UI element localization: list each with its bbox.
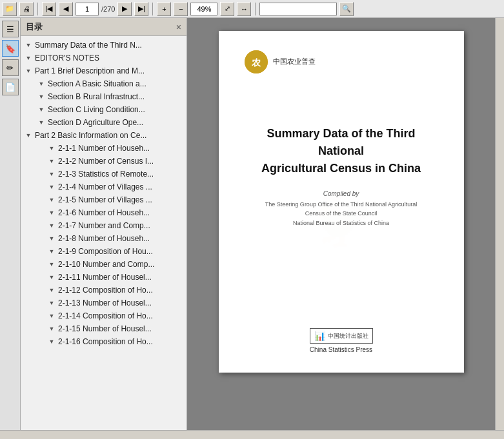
pdf-page: 农 中国农业普查 🐓 Summary Data of the Third Nat… (219, 31, 464, 373)
first-page-button[interactable]: |◀ (42, 2, 56, 16)
toc-item-text: 2-1-16 Composition of Ho... (57, 337, 153, 346)
print-button[interactable]: 🖨 (19, 2, 34, 16)
fit-button[interactable]: ⤢ (220, 2, 234, 16)
toc-item[interactable]: ▼ 2-1-5 Number of Villages ... (21, 193, 186, 206)
print-icon: 🖨 (23, 5, 30, 13)
search-input[interactable] (259, 3, 337, 15)
toc-item[interactable]: ▼ 2-1-9 Composition of Hou... (21, 245, 186, 258)
toc-item-text: Section D Agriculture Ope... (46, 118, 143, 127)
publisher-english: China Statistics Press (310, 346, 372, 353)
toc-arrow: ▼ (46, 208, 57, 218)
zoom-input[interactable] (190, 3, 217, 15)
publisher-icon: 📊 (314, 331, 325, 341)
page-total: /270 (101, 5, 115, 13)
zoom-in-button[interactable]: + (157, 2, 171, 16)
toc-arrow: ▼ (46, 169, 57, 179)
toc-arrow: ▼ (46, 298, 57, 308)
toc-arrow: ▼ (46, 233, 57, 244)
expand-button[interactable]: ↔ (237, 2, 251, 16)
toc-item[interactable]: ▼ 2-1-16 Composition of Ho... (21, 335, 186, 348)
toc-arrow: ▼ (46, 156, 57, 166)
last-icon: ▶| (138, 5, 145, 13)
toc-item-text: 2-1-8 Number of Househ... (57, 234, 150, 243)
main-area: ☰ 🔖 ✏ 📄 目录 × ▼ Summary Data of the Third… (0, 18, 504, 430)
toc-arrow: ▼ (46, 324, 57, 334)
page-button[interactable]: 📄 (2, 79, 19, 95)
toc-item[interactable]: ▼ 2-1-15 Number of Housel... (21, 322, 186, 335)
pdf-viewer[interactable]: 农 中国农业普查 🐓 Summary Data of the Third Nat… (187, 18, 495, 430)
toc-arrow: ▼ (46, 337, 57, 347)
toc-item-text: Part 1 Brief Description and M... (34, 66, 145, 75)
toc-item[interactable]: ▼ Section A Basic Situation a... (21, 77, 186, 90)
svg-text:农: 农 (251, 57, 261, 68)
pdf-logo: 农 中国农业普查 (245, 50, 316, 73)
right-scrollbar[interactable] (495, 18, 504, 430)
prev-icon: ◀ (63, 5, 68, 13)
prev-page-button[interactable]: ◀ (59, 2, 73, 16)
toc-item[interactable]: ▼ Section C Living Condition... (21, 103, 186, 116)
bookmark-button[interactable]: 🔖 (2, 40, 19, 57)
toc-item-text: Summary Data of the Third N... (34, 41, 142, 50)
bottom-bar (0, 430, 504, 439)
toc-item-text: 2-1-14 Composition of Ho... (57, 311, 153, 320)
icon-bar: ☰ 🔖 ✏ 📄 (0, 18, 21, 430)
search-button[interactable]: 🔍 (339, 2, 354, 16)
toc-item[interactable]: ▼ 2-1-13 Number of Housel... (21, 297, 186, 309)
toc-item[interactable]: ▼ 2-1-8 Number of Househ... (21, 232, 186, 245)
bottom-logo: 📊 中国统计出版社 China Statistics Press (310, 309, 373, 353)
toc-arrow: ▼ (23, 66, 34, 76)
toc-item[interactable]: ▼ 2-1-3 Statistics of Remote... (21, 168, 186, 180)
toc-title: 目录 (26, 21, 43, 33)
toc-item[interactable]: ▼ 2-1-11 Number of Housel... (21, 271, 186, 284)
toc-item-text: 2-1-7 Number and Comp... (57, 221, 150, 230)
last-page-button[interactable]: ▶| (134, 2, 148, 16)
toc-content[interactable]: ▼ Summary Data of the Third N... ▼ EDITO… (21, 36, 186, 430)
expand-icon: ↔ (241, 5, 248, 13)
toc-arrow: ▼ (36, 117, 46, 128)
toc-arrow: ▼ (46, 143, 57, 153)
toc-item[interactable]: ▼ 2-1-14 Composition of Ho... (21, 309, 186, 322)
toc-item[interactable]: ▼ Section D Agriculture Ope... (21, 116, 186, 129)
toc-arrow: ▼ (36, 104, 46, 115)
publisher-box: 📊 中国统计出版社 (310, 328, 373, 344)
publisher-chinese: 中国统计出版社 (328, 332, 368, 340)
toc-item[interactable]: ▼ Section B Rural Infrastruct... (21, 90, 186, 103)
toc-arrow: ▼ (46, 246, 57, 257)
list-view-button[interactable]: ☰ (2, 21, 19, 37)
toc-item[interactable]: ▼ 2-1-4 Number of Villages ... (21, 180, 186, 193)
toc-arrow: ▼ (46, 285, 57, 295)
next-icon: ▶ (122, 5, 127, 13)
toc-item[interactable]: ▼ 2-1-7 Number and Comp... (21, 219, 186, 232)
toc-item-text: 2-1-15 Number of Housel... (57, 324, 152, 333)
toc-item[interactable]: ▼ 2-1-12 Composition of Ho... (21, 284, 186, 297)
toc-item[interactable]: ▼ Part 2 Basic Information on Ce... (21, 129, 186, 142)
toc-item-text: EDITOR'S NOTES (34, 54, 99, 63)
toc-item[interactable]: ▼ 2-1-2 Number of Census I... (21, 155, 186, 168)
page-icon: 📄 (5, 83, 15, 92)
toc-arrow: ▼ (36, 79, 46, 89)
toc-item-text: 2-1-6 Number of Househ... (57, 208, 150, 217)
toc-item-text: Section A Basic Situation a... (46, 79, 146, 88)
logo-circle: 农 (245, 50, 268, 73)
toc-item[interactable]: ▼ Part 1 Brief Description and M... (21, 64, 186, 77)
first-icon: |◀ (46, 5, 53, 13)
toc-arrow: ▼ (23, 130, 34, 141)
zoom-out-button[interactable]: − (174, 2, 188, 16)
toc-item-text: 2-1-13 Number of Housel... (57, 298, 152, 307)
toc-item[interactable]: ▼ EDITOR'S NOTES (21, 52, 186, 64)
toc-item-text: 2-1-10 Number and Comp... (57, 260, 154, 269)
toc-item[interactable]: ▼ 2-1-10 Number and Comp... (21, 258, 186, 271)
toc-item[interactable]: ▼ 2-1-1 Number of Househ... (21, 142, 186, 155)
toc-item[interactable]: ▼ Summary Data of the Third N... (21, 39, 186, 52)
toc-item-text: 2-1-4 Number of Villages ... (57, 182, 152, 191)
toc-close-button[interactable]: × (176, 22, 181, 32)
edit-button[interactable]: ✏ (2, 59, 19, 76)
add-icon: + (162, 5, 166, 13)
sep1 (37, 3, 38, 15)
page-number-input[interactable] (76, 3, 99, 15)
toc-item[interactable]: ▼ 2-1-6 Number of Househ... (21, 206, 186, 219)
toc-arrow: ▼ (36, 92, 46, 102)
list-icon: ☰ (6, 24, 14, 34)
next-page-button[interactable]: ▶ (117, 2, 132, 16)
folder-button[interactable]: 📁 (3, 2, 17, 16)
